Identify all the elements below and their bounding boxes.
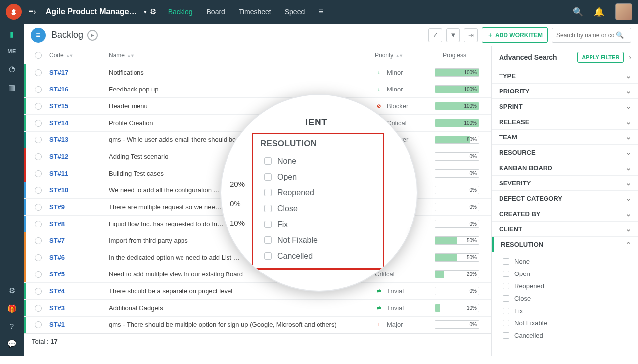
resolution-option[interactable]: Reopened bbox=[492, 280, 638, 292]
row-code[interactable]: ST#14 bbox=[49, 119, 109, 127]
add-workitem-button[interactable]: ＋ADD WORKITEM bbox=[482, 27, 548, 43]
row-code[interactable]: ST#13 bbox=[49, 136, 109, 143]
adv-group[interactable]: PRIORITY⌄ bbox=[492, 84, 638, 99]
me-label[interactable]: ME bbox=[7, 48, 16, 54]
row-check[interactable] bbox=[35, 187, 42, 194]
collapse-panel-icon[interactable]: › bbox=[629, 53, 631, 61]
chat-icon[interactable]: 💬 bbox=[7, 339, 17, 348]
adv-group[interactable]: SPRINT⌄ bbox=[492, 99, 638, 114]
row-check[interactable] bbox=[35, 69, 42, 76]
help-icon[interactable]: ? bbox=[10, 322, 14, 330]
row-check[interactable] bbox=[35, 254, 42, 261]
checkbox[interactable] bbox=[503, 258, 509, 265]
table-row[interactable]: ST#4 There should be a separate on proje… bbox=[24, 283, 491, 300]
row-check[interactable] bbox=[35, 305, 42, 312]
row-check[interactable] bbox=[35, 321, 42, 328]
row-name[interactable]: qms - There should be multiple option fo… bbox=[109, 321, 375, 328]
row-code[interactable]: ST#17 bbox=[49, 69, 109, 76]
row-code[interactable]: ST#15 bbox=[49, 102, 109, 110]
row-check[interactable] bbox=[35, 136, 42, 143]
export-icon[interactable]: ⇥ bbox=[464, 28, 478, 42]
app-dropdown-icon[interactable]: ▾ bbox=[144, 9, 147, 15]
tab-timesheet[interactable]: Timesheet bbox=[239, 8, 271, 16]
adv-group[interactable]: TYPE⌄ bbox=[492, 68, 638, 84]
col-priority[interactable]: Priority▲▼ bbox=[375, 52, 432, 59]
col-code[interactable]: Code▲▼ bbox=[49, 52, 109, 59]
app-title[interactable]: Agile Product Manage… bbox=[46, 7, 137, 16]
adv-group[interactable]: KANBAN BOARD⌄ bbox=[492, 160, 638, 176]
table-row[interactable]: ST#17 Notifications ↓Minor 100% bbox=[24, 64, 491, 81]
gear-icon[interactable]: ⚙ bbox=[150, 7, 156, 16]
checkbox[interactable] bbox=[503, 332, 509, 339]
logo[interactable] bbox=[6, 4, 22, 20]
adv-group[interactable]: TEAM⌄ bbox=[492, 130, 638, 145]
row-name[interactable]: Notifications bbox=[109, 69, 375, 76]
row-code[interactable]: ST#11 bbox=[49, 170, 109, 177]
row-code[interactable]: ST#12 bbox=[49, 153, 109, 160]
check-all[interactable] bbox=[35, 52, 42, 59]
row-check[interactable] bbox=[35, 204, 42, 211]
checkbox[interactable] bbox=[503, 320, 509, 326]
menu-toggle-icon[interactable]: ≡› bbox=[29, 7, 36, 16]
row-code[interactable]: ST#3 bbox=[49, 304, 109, 312]
col-name[interactable]: Name▲▼ bbox=[109, 52, 375, 59]
adv-group[interactable]: CLIENT⌄ bbox=[492, 222, 638, 237]
nav-more-icon[interactable]: ≡ bbox=[319, 7, 323, 17]
avatar[interactable] bbox=[615, 3, 632, 20]
checkbox[interactable] bbox=[503, 308, 509, 314]
table-row[interactable]: ST#1 qms - There should be multiple opti… bbox=[24, 317, 491, 333]
table-row[interactable]: ST#15 Header menu ⊘Blocker 100% bbox=[24, 98, 491, 115]
table-row[interactable]: ST#16 Feedback pop up ↓Minor 100% bbox=[24, 81, 491, 98]
adv-group[interactable]: RESOURCE⌄ bbox=[492, 145, 638, 160]
row-check[interactable] bbox=[35, 153, 42, 160]
row-code[interactable]: ST#10 bbox=[49, 186, 109, 194]
adv-group[interactable]: DEFECT CATEGORY⌄ bbox=[492, 191, 638, 206]
row-check[interactable] bbox=[35, 120, 42, 127]
search-input-wrap[interactable]: 🔍 bbox=[552, 28, 631, 43]
bell-icon[interactable]: 🔔 bbox=[594, 7, 604, 17]
row-code[interactable]: ST#5 bbox=[49, 271, 109, 278]
search-input[interactable] bbox=[556, 32, 616, 39]
tab-board[interactable]: Board bbox=[207, 8, 225, 16]
row-code[interactable]: ST#9 bbox=[49, 203, 109, 211]
row-code[interactable]: ST#7 bbox=[49, 237, 109, 244]
checklist-icon[interactable]: ✓ bbox=[428, 28, 442, 42]
resolution-option[interactable]: Fix bbox=[492, 305, 638, 317]
resolution-option[interactable]: Not Fixable bbox=[492, 317, 638, 329]
row-name[interactable]: Additional Gadgets bbox=[109, 304, 375, 312]
row-check[interactable] bbox=[35, 86, 42, 93]
clock-icon[interactable]: ◔ bbox=[9, 64, 15, 73]
adv-group[interactable]: CREATED BY⌄ bbox=[492, 206, 638, 222]
row-code[interactable]: ST#6 bbox=[49, 254, 109, 261]
checkbox[interactable] bbox=[503, 283, 509, 289]
apply-filter-button[interactable]: APPLY FILTER bbox=[577, 52, 624, 63]
col-progress[interactable]: Progress bbox=[432, 52, 491, 59]
checkbox[interactable] bbox=[503, 295, 509, 302]
adv-group-resolution[interactable]: RESOLUTION⌃ bbox=[492, 237, 638, 252]
resolution-option[interactable]: Close bbox=[492, 292, 638, 305]
row-check[interactable] bbox=[35, 288, 42, 295]
resolution-option[interactable]: None bbox=[492, 255, 638, 268]
row-check[interactable] bbox=[35, 103, 42, 110]
table-row[interactable]: ST#3 Additional Gadgets ⇄Trivial 10% bbox=[24, 300, 491, 317]
adv-group[interactable]: SEVERITY⌄ bbox=[492, 176, 638, 191]
search-icon[interactable]: 🔍 bbox=[573, 7, 583, 17]
row-code[interactable]: ST#16 bbox=[49, 86, 109, 93]
row-check[interactable] bbox=[35, 237, 42, 244]
row-name[interactable]: Feedback pop up bbox=[109, 86, 375, 93]
chart-icon[interactable]: ▥ bbox=[8, 83, 15, 92]
adv-group[interactable]: RELEASE⌄ bbox=[492, 114, 638, 130]
row-code[interactable]: ST#8 bbox=[49, 220, 109, 228]
row-code[interactable]: ST#4 bbox=[49, 287, 109, 295]
sliders-icon[interactable]: ⚙ bbox=[9, 286, 15, 295]
resolution-option[interactable]: Cancelled bbox=[492, 329, 638, 342]
row-check[interactable] bbox=[35, 170, 42, 177]
row-code[interactable]: ST#1 bbox=[49, 321, 109, 328]
row-check[interactable] bbox=[35, 271, 42, 278]
row-check[interactable] bbox=[35, 221, 42, 228]
gift-icon[interactable]: 🎁 bbox=[7, 304, 17, 313]
play-icon[interactable]: ▶ bbox=[87, 30, 98, 41]
resolution-option[interactable]: Open bbox=[492, 268, 638, 280]
filter-icon[interactable]: ▼ bbox=[446, 28, 460, 42]
tab-speed[interactable]: Speed bbox=[285, 8, 305, 16]
